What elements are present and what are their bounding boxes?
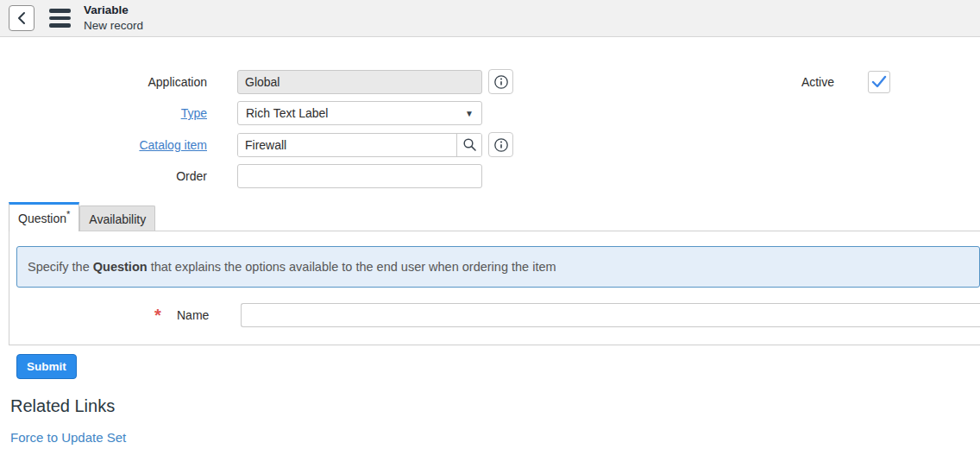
tab-availability-label: Availability (89, 212, 146, 226)
search-icon (462, 137, 477, 152)
info-icon (493, 137, 509, 153)
submit-button[interactable]: Submit (16, 354, 77, 379)
chevron-down-icon: ▼ (465, 109, 474, 118)
form-header: Variable New record (0, 0, 980, 37)
type-field-row: Type Rich Text Label ▼ (0, 101, 980, 125)
record-form: Application Active Type Rich Text Label (0, 69, 980, 188)
name-field-row: * Name (16, 303, 980, 327)
force-to-update-set-link[interactable]: Force to Update Set (10, 430, 126, 445)
application-label: Application (0, 75, 207, 89)
page-subtitle: New record (84, 18, 143, 34)
related-links-heading: Related Links (10, 396, 980, 416)
catalog-item-label-link[interactable]: Catalog item (0, 138, 207, 152)
catalog-item-field-row: Catalog item (0, 132, 980, 157)
order-input[interactable] (237, 164, 482, 188)
page-title: Variable (84, 3, 143, 18)
tab-question-label: Question (18, 212, 66, 225)
name-label: Name (177, 308, 229, 322)
active-label: Active (776, 75, 834, 89)
variable-new-record-screen: Variable New record Application Active (0, 0, 980, 468)
active-field: Active (776, 71, 890, 93)
hint-text-suffix: that explains the options available to t… (148, 260, 556, 274)
form-tab-bar: Question* Availability (9, 202, 980, 231)
type-selected-value: Rich Text Label (246, 106, 328, 120)
active-checkbox[interactable] (868, 71, 890, 93)
catalog-item-input[interactable] (238, 134, 456, 156)
tab-availability[interactable]: Availability (79, 206, 155, 231)
application-info-button[interactable] (488, 69, 513, 94)
hint-text-bold: Question (93, 260, 148, 274)
type-select[interactable]: Rich Text Label ▼ (237, 101, 482, 125)
order-field-row: Order (0, 164, 980, 188)
hint-text-prefix: Specify the (28, 260, 93, 274)
question-hint-message: Specify the Question that explains the o… (16, 246, 980, 288)
catalog-item-search-button[interactable] (456, 134, 481, 156)
order-label: Order (0, 169, 207, 183)
tab-question-required-marker: * (66, 209, 70, 219)
required-marker-icon: * (154, 307, 168, 324)
catalog-item-info-button[interactable] (488, 132, 513, 157)
tab-question[interactable]: Question* (9, 202, 79, 231)
header-title-block: Variable New record (84, 3, 143, 33)
question-tab-panel: Specify the Question that explains the o… (9, 231, 980, 345)
hamburger-menu-icon[interactable] (47, 6, 73, 30)
name-input[interactable] (241, 303, 980, 327)
checkmark-icon (871, 75, 887, 89)
back-button[interactable] (9, 5, 35, 31)
chevron-left-icon (16, 11, 27, 25)
catalog-item-lookup-field (237, 133, 482, 157)
application-input[interactable] (237, 70, 482, 94)
info-icon (493, 74, 509, 90)
application-field-row: Application Active (0, 69, 980, 94)
type-label-link[interactable]: Type (0, 106, 207, 120)
